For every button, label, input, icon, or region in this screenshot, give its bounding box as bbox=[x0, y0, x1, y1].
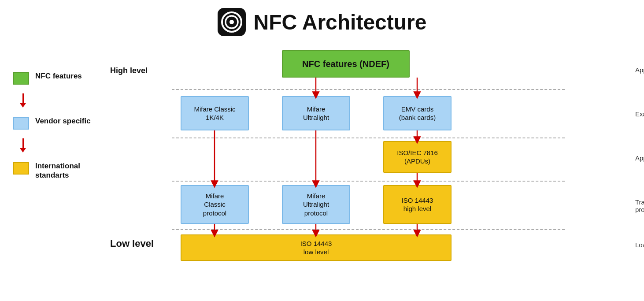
example-of-products-right-label: Example of products bbox=[635, 110, 644, 118]
application-protocol-right-label: Application protocol bbox=[635, 154, 644, 162]
nfc-features-ndef-text: NFC features (NDEF) bbox=[302, 58, 389, 70]
mifare-classic-1k4k-box: Mifare Classic1K/4K bbox=[181, 96, 249, 130]
mifare-ultralight-protocol-box: MifareUltralightprotocol bbox=[282, 185, 350, 224]
legend-arrow-line-2 bbox=[22, 138, 24, 148]
low-level-right-label: Low level bbox=[635, 241, 644, 249]
iso-14443-low-level-box: ISO 14443low level bbox=[181, 234, 452, 261]
mifare-ultralight-text: MifareUltralight bbox=[303, 105, 329, 122]
legend-arrow-2 bbox=[17, 138, 110, 152]
mifare-ultralight-protocol-text: MifareUltralightprotocol bbox=[303, 192, 329, 218]
mifare-ultralight-box: MifareUltralight bbox=[282, 96, 350, 130]
dashed-line-1 bbox=[172, 89, 565, 90]
mifare-classic-1k4k-text: Mifare Classic1K/4K bbox=[194, 105, 235, 122]
iso-14443-high-level-box: ISO 14443high level bbox=[383, 185, 452, 224]
mifare-classic-protocol-text: MifareClassicprotocol bbox=[203, 192, 226, 218]
dashed-line-3 bbox=[172, 181, 565, 182]
legend: NFC features Vendor specific Internation… bbox=[13, 45, 110, 270]
header: NFC Architecture bbox=[0, 0, 644, 41]
svg-point-1 bbox=[229, 20, 234, 24]
legend-arrow-1 bbox=[17, 93, 110, 108]
legend-arrow-down-1 bbox=[20, 93, 26, 108]
main-content: NFC features Vendor specific Internation… bbox=[0, 45, 644, 270]
iso-iec-7816-text: ISO/IEC 7816(APDUs) bbox=[397, 149, 438, 166]
legend-arrow-down-2 bbox=[20, 138, 26, 152]
iso-iec-7816-box: ISO/IEC 7816(APDUs) bbox=[383, 141, 452, 173]
emv-cards-text: EMV cards(bank cards) bbox=[399, 105, 436, 122]
legend-international-label: International standarts bbox=[35, 161, 110, 180]
page-title: NFC Architecture bbox=[254, 10, 427, 34]
nfc-features-ndef-box: NFC features (NDEF) bbox=[282, 50, 410, 78]
dashed-line-2 bbox=[172, 137, 565, 138]
legend-arrow-head-1 bbox=[20, 103, 26, 108]
diagram: High level Low level Application level E… bbox=[110, 45, 631, 270]
dashed-line-4 bbox=[172, 229, 565, 230]
mifare-classic-protocol-box: MifareClassicprotocol bbox=[181, 185, 249, 224]
legend-arrow-line-1 bbox=[22, 93, 24, 103]
iso-14443-high-level-text: ISO 14443high level bbox=[402, 196, 433, 213]
legend-green-box bbox=[13, 72, 29, 85]
legend-vendor-label: Vendor specific bbox=[35, 116, 91, 126]
high-level-label: High level bbox=[110, 66, 148, 75]
emv-cards-box: EMV cards(bank cards) bbox=[383, 96, 452, 130]
legend-blue-box bbox=[13, 117, 29, 130]
legend-arrow-head-2 bbox=[20, 148, 26, 152]
legend-vendor-specific: Vendor specific bbox=[13, 116, 110, 130]
transmission-protocol-right-label: Transmission protocol bbox=[635, 198, 644, 213]
nfc-logo-icon bbox=[218, 8, 246, 36]
iso-14443-low-level-text: ISO 14443low level bbox=[300, 239, 332, 256]
legend-nfc-features-label: NFC features bbox=[35, 71, 82, 81]
legend-nfc-features: NFC features bbox=[13, 71, 110, 85]
legend-yellow-box bbox=[13, 162, 29, 175]
low-level-label: Low level bbox=[110, 238, 154, 249]
application-level-right-label: Application level bbox=[635, 66, 644, 74]
legend-international: International standarts bbox=[13, 161, 110, 180]
